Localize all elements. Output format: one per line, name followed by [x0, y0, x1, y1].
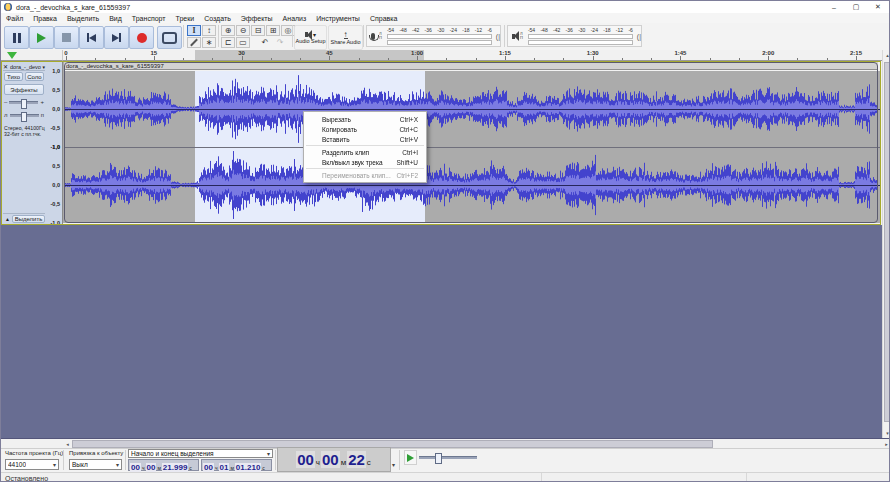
menu-item[interactable]: Анализ — [278, 15, 312, 22]
menu-item[interactable]: Вид — [104, 15, 127, 22]
ruler-tick — [651, 58, 652, 60]
ruler-tick — [856, 56, 857, 60]
meter-bracket-icon: (| — [496, 33, 500, 40]
audio-setup-button[interactable]: ▾ Audio Setup — [294, 25, 327, 50]
selection-tool-button[interactable]: I — [187, 25, 201, 36]
menu-item[interactable]: Эффекты — [236, 15, 278, 22]
chevron-down-icon: ▾ — [53, 461, 56, 468]
fit-selection-button[interactable]: ⊟ — [251, 25, 265, 36]
context-menu-item[interactable]: Вырезать Ctrl+X — [304, 114, 426, 124]
undo-button[interactable]: ↶ — [258, 37, 272, 48]
audio-position-display[interactable]: 00ч00м22с — [277, 447, 391, 472]
menu-item[interactable]: Инструменты — [311, 15, 365, 22]
scroll-up-icon[interactable]: ▴ — [883, 50, 890, 60]
menu-item[interactable]: Создать — [199, 15, 236, 22]
timeline-ruler[interactable]: 01530451:001:151:301:452:002:15 — [63, 50, 890, 61]
zoom-out-icon: ⊖ — [240, 26, 247, 35]
snap-combo[interactable]: Выкл▾ — [69, 459, 122, 470]
envelope-tool-button[interactable]: ↕ — [202, 25, 216, 36]
play-at-speed-button[interactable] — [404, 450, 417, 465]
menu-item[interactable]: Файл — [1, 15, 28, 22]
playback-meter[interactable]: ЛП -54-48-42-36-30-24-18-12-6 (| — [507, 25, 642, 47]
menu-item[interactable]: Транспорт — [127, 15, 171, 22]
chevron-down-icon: ▾ — [116, 461, 119, 468]
context-menu-item[interactable]: Вставить Ctrl+V — [304, 134, 426, 144]
context-menu-item[interactable]: Копировать Ctrl+C — [304, 124, 426, 134]
context-menu: Вырезать Ctrl+X Копировать Ctrl+C Встави… — [303, 111, 427, 183]
silence-icon: ▭ — [239, 38, 247, 47]
pan-slider[interactable]: л п — [4, 112, 44, 118]
trim-audio-button[interactable]: ⊏ — [221, 37, 235, 48]
recording-meter[interactable]: ЛП -54-48-42-36-30-24-18-12-6 (| — [366, 25, 501, 47]
ruler-time-label: 1:30 — [587, 50, 599, 56]
ruler-tick — [212, 58, 213, 60]
ruler-tick — [593, 56, 594, 60]
status-bar: Остановлено — [1, 472, 890, 482]
status-text: Остановлено — [5, 475, 48, 482]
project-rate-combo[interactable]: 44100▾ — [5, 459, 59, 470]
multi-tool-button[interactable]: ∗ — [202, 37, 216, 48]
track-menu-arrow-icon[interactable]: ▾ — [42, 64, 45, 70]
gain-slider-track[interactable] — [9, 101, 38, 104]
pause-icon — [13, 33, 21, 43]
ruler-time-label: 1:15 — [499, 50, 511, 56]
ruler-time-label: 1:00 — [411, 50, 423, 56]
scroll-down-icon[interactable]: ▾ — [883, 428, 890, 438]
vertical-scale-ruler[interactable]: 1,00,50,0-0,5-1,01,00,50,0-0,5-1,0 — [46, 62, 63, 224]
solo-button[interactable]: Соло — [25, 72, 44, 81]
skip-to-start-button[interactable] — [79, 26, 104, 49]
stop-button[interactable] — [54, 26, 79, 49]
play-button[interactable] — [29, 26, 54, 49]
share-audio-button[interactable]: ↑ Share Audio — [328, 25, 363, 50]
skip-to-end-button[interactable] — [104, 26, 129, 49]
selection-start-field[interactable]: 00ч00м21.999с — [128, 459, 199, 471]
undo-icon: ↶ — [262, 38, 269, 47]
scroll-left-icon[interactable]: ◂ — [63, 440, 72, 448]
draw-tool-button[interactable] — [187, 37, 201, 48]
pan-slider-thumb[interactable] — [21, 112, 27, 122]
pause-button[interactable] — [4, 26, 29, 49]
pan-slider-track[interactable] — [10, 114, 39, 117]
vertical-scrollbar[interactable]: ▴ ▾ — [882, 50, 890, 438]
context-menu-item[interactable]: Разделить клип Ctrl+I — [304, 147, 426, 157]
gain-slider[interactable]: – + — [4, 99, 44, 105]
context-menu-item[interactable]: Вкл/выкл звук трека Shift+U — [304, 157, 426, 167]
silence-audio-button[interactable]: ▭ — [236, 37, 250, 48]
menu-item[interactable]: Справка — [365, 15, 402, 22]
zoom-out-button[interactable]: ⊖ — [236, 25, 250, 36]
selection-end-field[interactable]: 00ч01м01.210с — [201, 459, 272, 471]
waveform-canvas[interactable] — [64, 71, 880, 223]
track-name[interactable]: dora_-_devo — [10, 64, 42, 70]
menu-item[interactable]: Правка — [28, 15, 62, 22]
play-speed-slider[interactable] — [419, 456, 477, 459]
track-close-icon[interactable]: ✕ — [3, 63, 8, 70]
scroll-right-icon[interactable]: ▸ — [882, 440, 890, 448]
effects-button[interactable]: Эффекты — [4, 84, 44, 95]
chevron-down-icon[interactable]: ▾ — [392, 461, 395, 468]
gain-slider-thumb[interactable] — [21, 99, 27, 109]
title-bar: dora_-_devochka_s_kare_61559397 – ▢ ✕ — [1, 1, 889, 13]
collapse-track-icon[interactable]: ▲ — [5, 216, 10, 222]
menu-item[interactable]: Треки — [171, 15, 200, 22]
zoom-in-button[interactable]: ⊕ — [221, 25, 235, 36]
ibeam-icon: I — [192, 26, 195, 35]
mute-button[interactable]: Тихо — [4, 72, 23, 81]
maximize-button[interactable]: ▢ — [845, 1, 867, 13]
select-track-button[interactable]: Выделить — [12, 215, 45, 223]
timeline-options[interactable] — [1, 50, 63, 61]
loop-button[interactable] — [157, 26, 182, 49]
horizontal-scrollbar[interactable]: ◂ ▸ — [1, 438, 890, 448]
fit-project-button[interactable]: ⊞ — [266, 25, 280, 36]
menu-item[interactable]: Выделить — [62, 15, 104, 22]
vertical-scroll-thumb[interactable] — [884, 62, 890, 422]
play-speed-thumb[interactable] — [435, 453, 442, 464]
horizontal-scroll-thumb[interactable] — [72, 440, 713, 448]
context-menu-item[interactable]: Переименовать клип... Ctrl+F2 — [304, 170, 426, 180]
clip-title-bar[interactable]: dora_-_devochka_s_kare_61559397 — [64, 62, 878, 70]
redo-button[interactable]: ↷ — [273, 37, 287, 48]
minimize-button[interactable]: – — [823, 1, 845, 13]
ruler-tick — [710, 58, 711, 60]
ruler-tick — [125, 58, 126, 60]
close-button[interactable]: ✕ — [867, 1, 889, 13]
record-button[interactable] — [129, 26, 154, 49]
